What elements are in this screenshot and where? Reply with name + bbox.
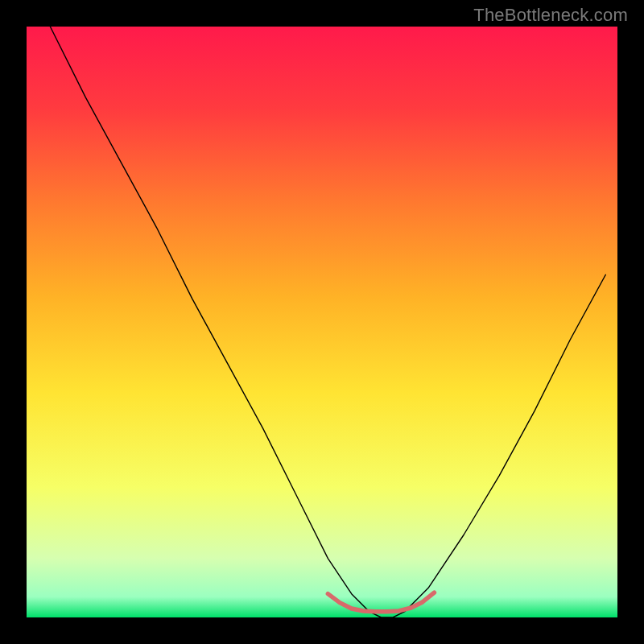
chart-gradient-background bbox=[27, 27, 617, 617]
chart-frame: TheBottleneck.com bbox=[0, 0, 644, 644]
bottleneck-chart bbox=[0, 0, 644, 644]
